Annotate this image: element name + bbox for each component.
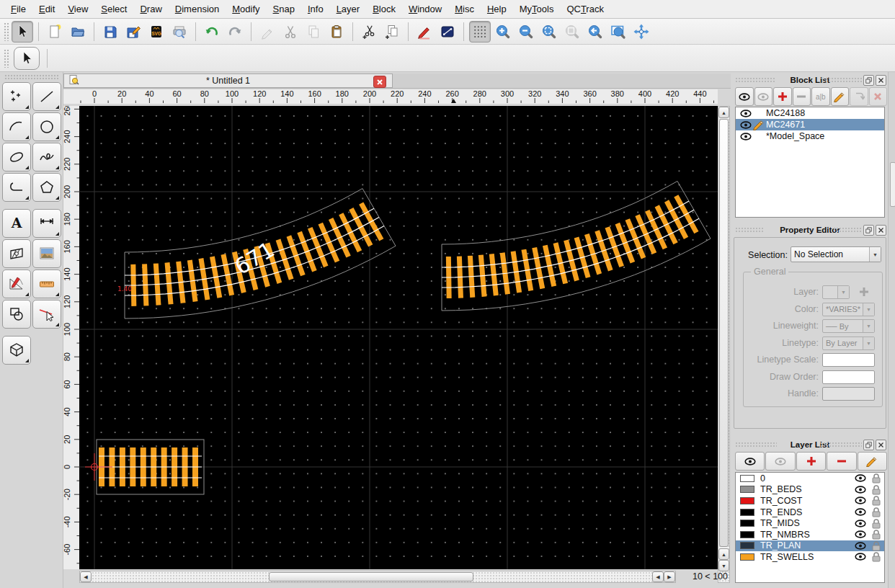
paste-button[interactable] bbox=[326, 21, 347, 43]
menu-window[interactable]: Window bbox=[402, 1, 448, 18]
solid-tool-button[interactable] bbox=[2, 336, 31, 365]
property-editor-title-bar[interactable]: Property Editor bbox=[732, 224, 888, 235]
menu-file[interactable]: File bbox=[4, 1, 32, 18]
text-tool-button[interactable]: A bbox=[2, 209, 31, 238]
polygon-tool-button[interactable] bbox=[32, 173, 61, 202]
scroll-left-icon[interactable]: ◀ bbox=[652, 571, 664, 582]
close-panel-icon[interactable] bbox=[876, 75, 886, 86]
menu-select[interactable]: Select bbox=[94, 1, 133, 18]
layer-visibility-icon[interactable] bbox=[855, 486, 866, 494]
layer-lock-icon[interactable] bbox=[870, 495, 882, 506]
close-panel-icon[interactable] bbox=[876, 440, 886, 450]
zoom-out-button[interactable] bbox=[515, 21, 537, 43]
menu-view[interactable]: View bbox=[61, 1, 94, 18]
line-tool-button[interactable] bbox=[32, 82, 61, 111]
block-row-MC24671[interactable]: MC24671 bbox=[736, 119, 884, 130]
zoom-window-button[interactable] bbox=[607, 21, 629, 43]
measure-tool-button[interactable] bbox=[2, 270, 31, 298]
layer-row-TR_MIDS[interactable]: TR_MIDS bbox=[736, 517, 884, 529]
scroll-right-icon[interactable]: ▶ bbox=[664, 571, 675, 582]
tab-close-icon[interactable] bbox=[373, 76, 386, 88]
menu-modify[interactable]: Modify bbox=[226, 1, 266, 18]
points-tool-button[interactable] bbox=[2, 82, 31, 111]
zoom-back-button[interactable] bbox=[584, 21, 606, 43]
block-visibility-icon[interactable] bbox=[740, 133, 752, 141]
image-tool-button[interactable] bbox=[32, 239, 61, 268]
layer-lock-icon[interactable] bbox=[870, 484, 882, 495]
ruler-tool-button[interactable] bbox=[32, 270, 61, 298]
undo-button[interactable] bbox=[201, 21, 223, 43]
circle-tool-button[interactable] bbox=[32, 112, 61, 141]
dock-scroll-strip[interactable] bbox=[888, 72, 895, 588]
zoom-in-button[interactable] bbox=[492, 21, 514, 43]
svg-export-button[interactable]: SVG bbox=[146, 21, 167, 43]
toolbar-grip-handle[interactable] bbox=[4, 22, 9, 41]
layer-visibility-icon[interactable] bbox=[855, 474, 866, 482]
palette-grip-handle[interactable] bbox=[4, 74, 58, 80]
eye-button[interactable] bbox=[735, 452, 765, 471]
plus-red-button[interactable] bbox=[796, 452, 826, 471]
menu-snap[interactable]: Snap bbox=[267, 1, 301, 18]
new-file-button[interactable] bbox=[44, 21, 66, 43]
drawing-canvas[interactable]: 6711.40 bbox=[79, 106, 718, 569]
layer-row-TR_COST[interactable]: TR_COST bbox=[736, 495, 884, 507]
copy-reference-button[interactable] bbox=[381, 21, 403, 43]
toolbar-grip-handle[interactable] bbox=[4, 49, 9, 68]
document-tab[interactable]: * Untitled 1 bbox=[63, 74, 393, 88]
menu-draw[interactable]: Draw bbox=[133, 1, 168, 18]
block-visibility-icon[interactable] bbox=[740, 121, 752, 129]
prop-input-linetypescale[interactable] bbox=[822, 353, 875, 367]
open-folder-button[interactable] bbox=[67, 21, 89, 43]
layer-row-0[interactable]: 0 bbox=[736, 473, 884, 484]
vscroll-thumb[interactable] bbox=[719, 119, 729, 547]
block-visibility-icon[interactable] bbox=[740, 110, 752, 117]
track-piece[interactable] bbox=[97, 440, 204, 494]
prop-input-draworder[interactable] bbox=[822, 370, 875, 384]
pen-attributes-button[interactable] bbox=[414, 21, 435, 43]
scroll-up-icon[interactable]: ▲ bbox=[718, 107, 729, 118]
cut-reference-button[interactable] bbox=[358, 21, 380, 43]
eye-button[interactable] bbox=[735, 87, 754, 106]
minus-red-button[interactable] bbox=[827, 452, 856, 471]
float-panel-icon[interactable] bbox=[863, 440, 874, 450]
menu-help[interactable]: Help bbox=[481, 1, 513, 18]
minus-gray-button[interactable] bbox=[793, 87, 811, 106]
menu-dimension[interactable]: Dimension bbox=[169, 1, 226, 18]
hscroll-thumb[interactable] bbox=[269, 572, 473, 582]
rename-ab-button[interactable]: a|b bbox=[811, 87, 830, 106]
layer-lock-icon[interactable] bbox=[870, 540, 882, 551]
selection-combo[interactable]: No Selection▼ bbox=[791, 246, 881, 262]
layer-row-TR_NMBRS[interactable]: TR_NMBRS bbox=[736, 529, 884, 540]
save-as-button[interactable] bbox=[123, 21, 144, 43]
layer-row-TR_ENDS[interactable]: TR_ENDS bbox=[736, 507, 884, 518]
dock-scroll-thumb[interactable] bbox=[890, 162, 895, 207]
shape-boolean-tool-button[interactable] bbox=[2, 300, 31, 329]
save-button[interactable] bbox=[99, 21, 121, 43]
layer-visibility-icon[interactable] bbox=[855, 496, 866, 504]
eye-gray-button[interactable] bbox=[754, 87, 773, 106]
menu-edit[interactable]: Edit bbox=[32, 1, 61, 18]
float-panel-icon[interactable] bbox=[863, 75, 874, 86]
layer-lock-icon[interactable] bbox=[870, 551, 882, 562]
layer-list-title-bar[interactable]: Layer List bbox=[732, 439, 888, 450]
scroll-down-icon[interactable]: ▼ bbox=[718, 560, 729, 571]
plus-red-button[interactable] bbox=[773, 87, 792, 106]
grid-toggle-button[interactable] bbox=[469, 21, 491, 43]
polyline-tool-button[interactable] bbox=[2, 173, 31, 202]
vertical-scrollbar[interactable]: ▲▲▼ bbox=[718, 106, 730, 583]
layer-row-TR_PLAN[interactable]: TR_PLAN bbox=[736, 540, 884, 552]
track-piece[interactable] bbox=[442, 181, 711, 311]
menu-layer[interactable]: Layer bbox=[330, 1, 367, 18]
menu-misc[interactable]: Misc bbox=[448, 1, 481, 18]
arc-tool-button[interactable] bbox=[2, 112, 31, 141]
pencil-button[interactable] bbox=[858, 452, 887, 471]
block-row-Model_Space[interactable]: *Model_Space bbox=[736, 130, 884, 142]
close-panel-icon[interactable] bbox=[876, 225, 886, 236]
print-preview-button[interactable] bbox=[169, 21, 190, 43]
ellipse-tool-button[interactable] bbox=[2, 143, 31, 172]
hatch-tool-button[interactable] bbox=[2, 239, 31, 268]
layer-lock-icon[interactable] bbox=[870, 507, 882, 517]
pencil-button[interactable] bbox=[831, 87, 850, 106]
layer-lock-icon[interactable] bbox=[870, 473, 882, 484]
dimension-tool-button[interactable] bbox=[32, 209, 61, 238]
